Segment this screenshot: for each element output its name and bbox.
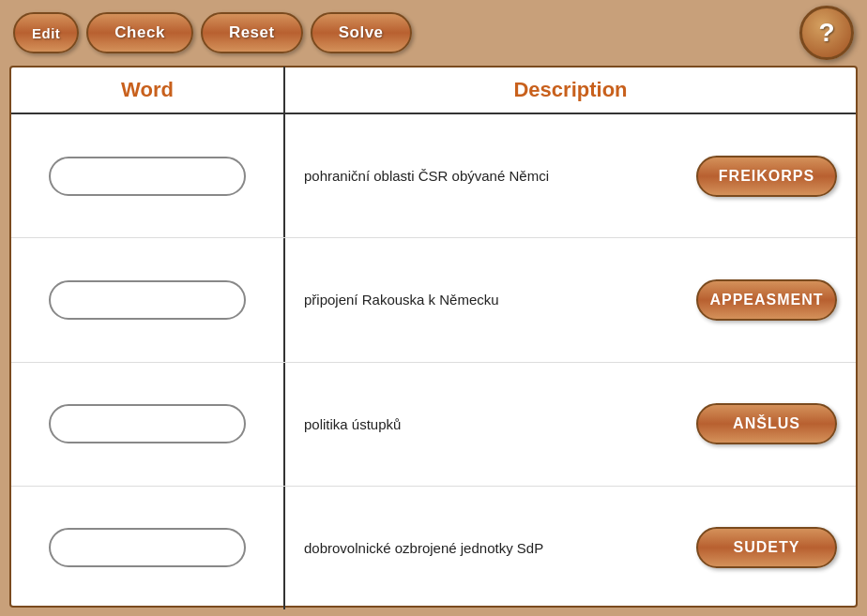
- answer-badge-3[interactable]: ANŠLUS: [696, 403, 837, 444]
- answer-badge-1[interactable]: FREIKORPS: [696, 156, 837, 197]
- word-cell-3: [11, 395, 283, 453]
- word-input-4[interactable]: [49, 528, 246, 567]
- header-description: Description: [285, 78, 856, 102]
- table-row: pohraniční oblasti ČSR obývané Němci FRE…: [11, 114, 856, 238]
- reset-button[interactable]: Reset: [201, 12, 303, 53]
- word-input-1[interactable]: [49, 157, 246, 196]
- rows-container: pohraniční oblasti ČSR obývané Němci FRE…: [11, 114, 856, 609]
- check-button[interactable]: Check: [86, 12, 193, 53]
- table-headers: Word Description: [11, 68, 856, 114]
- solve-button[interactable]: Solve: [311, 12, 412, 53]
- word-cell-4: [11, 518, 283, 577]
- word-cell-2: [11, 271, 283, 329]
- edit-button[interactable]: Edit: [13, 12, 79, 53]
- word-cell-1: [11, 147, 283, 205]
- toolbar: Edit Check Reset Solve ?: [0, 0, 867, 66]
- description-1: pohraniční oblasti ČSR obývané Němci: [285, 157, 696, 195]
- word-input-2[interactable]: [49, 280, 246, 320]
- table-row: politika ústupků ANŠLUS: [11, 363, 856, 487]
- description-4: dobrovolnické ozbrojené jednotky SdP: [285, 529, 696, 567]
- description-3: politika ústupků: [285, 405, 696, 443]
- help-button[interactable]: ?: [799, 6, 854, 60]
- word-input-3[interactable]: [49, 404, 246, 443]
- description-2: připojení Rakouska k Německu: [285, 280, 696, 319]
- header-word: Word: [11, 78, 283, 102]
- answer-badge-2[interactable]: APPEASMENT: [696, 279, 837, 321]
- answer-badge-4[interactable]: SUDETY: [696, 527, 837, 568]
- table-row: připojení Rakouska k Německu APPEASMENT: [11, 238, 856, 362]
- table-row: dobrovolnické ozbrojené jednotky SdP SUD…: [11, 487, 856, 609]
- main-container: Edit Check Reset Solve ? Word Descriptio…: [0, 0, 867, 616]
- content-area: Word Description pohraniční oblasti ČSR …: [9, 66, 858, 608]
